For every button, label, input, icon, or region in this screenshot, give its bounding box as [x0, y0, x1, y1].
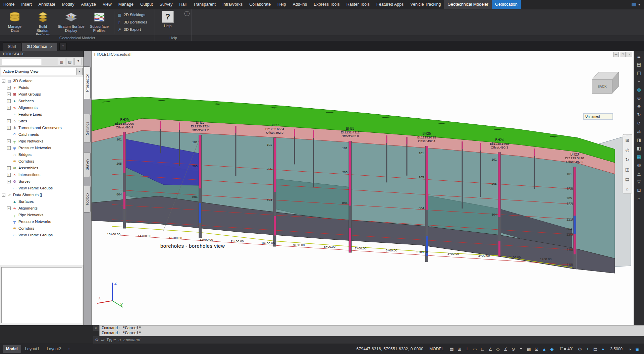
- tree-item[interactable]: + ∿ Alignments: [0, 205, 84, 212]
- new-drawing-button[interactable]: +: [59, 43, 67, 50]
- section-icon[interactable]: ◨: [635, 136, 643, 144]
- palettes-icon[interactable]: ◫: [635, 69, 643, 77]
- up-icon[interactable]: △: [635, 170, 643, 177]
- side-tab-survey[interactable]: Survey: [84, 152, 91, 177]
- item-view-toggle-icon[interactable]: ▥: [58, 58, 65, 65]
- nav-tool-icon[interactable]: ◎: [625, 148, 629, 153]
- expand-toggle-icon[interactable]: +: [7, 139, 11, 143]
- tree-item[interactable]: + ⊕ Assemblies: [0, 165, 84, 171]
- model-space-button[interactable]: MODEL: [429, 347, 444, 351]
- tree-item[interactable]: + ╤ Pressure Networks: [0, 144, 84, 151]
- expand-toggle-icon[interactable]: −: [2, 79, 5, 83]
- down-icon[interactable]: ▽: [635, 178, 643, 186]
- drawing-viewport[interactable]: [-][OLE1][Conceptual] —□× 12301220121012…: [91, 51, 634, 325]
- ribbon-tab[interactable]: Annotate: [35, 0, 59, 9]
- layout2-tab[interactable]: Layout2: [43, 345, 64, 353]
- ribbon-tab[interactable]: Output: [137, 0, 156, 9]
- tree-item[interactable]: + ▲ Surfaces: [0, 98, 84, 104]
- toolspace-help-icon[interactable]: ?: [74, 58, 82, 65]
- expand-toggle-icon[interactable]: +: [7, 86, 11, 90]
- model-scene[interactable]: 123012201210120011901180BH29El:1230.0006…: [92, 51, 634, 325]
- ribbon-tab[interactable]: Rail: [176, 0, 190, 9]
- expand-toggle-icon[interactable]: +: [7, 93, 11, 96]
- viewcube[interactable]: BACK: [592, 72, 619, 94]
- ribbon-tab[interactable]: Collaborate: [246, 0, 274, 9]
- tree-item[interactable]: ∩ Bridges: [0, 151, 84, 158]
- ribbon-tab[interactable]: Geolocation: [492, 0, 521, 9]
- build-stratum-surfaces-button[interactable]: Build Stratum Surfaces: [29, 10, 57, 35]
- tab-3d-surface[interactable]: 3D Surface ×: [22, 42, 57, 51]
- zoom-in-icon[interactable]: ⊕: [635, 94, 643, 102]
- toolbar-handle-icon[interactable]: ≣: [635, 52, 643, 60]
- tree-item[interactable]: + ╥ Pipe Networks: [0, 138, 84, 144]
- tree-item[interactable]: ╤ Pressure Networks: [0, 218, 84, 225]
- close-icon[interactable]: ×: [93, 326, 99, 331]
- model-tab[interactable]: Model: [3, 345, 21, 353]
- chevron-down-icon[interactable]: ▾: [76, 68, 82, 75]
- expand-toggle-icon[interactable]: +: [7, 166, 11, 170]
- info-icon[interactable]: i: [184, 11, 190, 16]
- annotation-monitor-icon[interactable]: +: [584, 345, 591, 353]
- ribbon-tab[interactable]: Help: [274, 0, 289, 9]
- grid-icon[interactable]: ▦: [448, 345, 455, 353]
- nav-tool-icon[interactable]: ⌂: [626, 186, 629, 191]
- subsurface-profiles-button[interactable]: Subsurface Profiles: [85, 10, 113, 35]
- viewport-navbar[interactable]: ⊞◎↻◫▤⌂: [623, 134, 632, 193]
- tree-item[interactable]: − ▤ 3D Surface: [0, 77, 84, 84]
- ribbon-tab[interactable]: Manage: [115, 0, 137, 9]
- borehole-stick-minor[interactable]: [462, 141, 463, 209]
- expand-toggle-icon[interactable]: +: [7, 146, 11, 150]
- annotation-scale-button[interactable]: 1" = 40': [559, 347, 573, 351]
- lineweight-icon[interactable]: ≡: [517, 345, 525, 353]
- tree-item[interactable]: + ⌂ Sites: [0, 118, 84, 124]
- clean-screen-icon[interactable]: ▣: [634, 345, 641, 353]
- tree-item[interactable]: ≈ Feature Lines: [0, 111, 84, 118]
- units-icon[interactable]: ▤: [591, 345, 599, 353]
- viewport-window-button[interactable]: —: [613, 52, 619, 57]
- polar-tracking-icon[interactable]: ∠: [486, 345, 494, 353]
- ribbon-options[interactable]: ▾: [628, 0, 644, 9]
- panorama-icon[interactable]: ▤: [66, 58, 73, 65]
- selection-cycling-icon[interactable]: ⊡: [533, 345, 540, 353]
- chevron-down-icon[interactable]: ▾: [638, 3, 640, 6]
- nav-tool-icon[interactable]: ↻: [626, 157, 629, 162]
- ribbon-tab[interactable]: Geotechnical Modeler: [444, 0, 492, 9]
- close-icon[interactable]: ×: [50, 43, 52, 51]
- clip-icon[interactable]: ◧: [635, 144, 643, 152]
- viewcube-face-label[interactable]: BACK: [597, 85, 607, 88]
- tree-item[interactable]: + ∿ Alignments: [0, 104, 84, 111]
- tree-item[interactable]: ◠ Catchments: [0, 131, 84, 138]
- borehole-stick-minor[interactable]: [235, 126, 236, 176]
- graphics-performance-value[interactable]: 3.5000: [610, 347, 623, 351]
- stratum-surface-display-button[interactable]: Stratum Surface Display: [57, 10, 85, 35]
- ortho-icon[interactable]: ∟: [479, 345, 486, 353]
- viewport-window-button[interactable]: □: [620, 52, 626, 57]
- nav-tool-icon[interactable]: ◫: [625, 167, 629, 172]
- tree-item[interactable]: + × Intersections: [0, 171, 84, 178]
- tree-item[interactable]: + ⊚ Survey: [0, 178, 84, 185]
- rotate-cw-icon[interactable]: ↻: [635, 111, 643, 119]
- layout1-tab[interactable]: Layout1: [22, 345, 43, 353]
- ribbon-tab[interactable]: InfraWorks: [219, 0, 246, 9]
- boreholes-button[interactable]: ▯ 3D Boreholes: [116, 19, 149, 25]
- box-icon[interactable]: ⊡: [635, 186, 643, 194]
- infer-constraints-icon[interactable]: ⟂: [463, 345, 471, 353]
- ribbon-tab[interactable]: Add-ins: [289, 0, 310, 9]
- gizmo-icon[interactable]: ◆: [548, 345, 556, 353]
- command-input[interactable]: ⚙ ▸▾ Type a command: [93, 336, 644, 344]
- side-tab-prospector[interactable]: Prospector: [84, 66, 91, 99]
- workspace-switching-icon[interactable]: ⚙: [576, 345, 584, 353]
- search-input[interactable]: [2, 59, 42, 65]
- new-layout-button[interactable]: +: [65, 345, 73, 353]
- ribbon-tab[interactable]: Raster Tools: [343, 0, 373, 9]
- ribbon-tab[interactable]: Transparent: [190, 0, 219, 9]
- pan-icon[interactable]: ＋: [635, 77, 643, 85]
- isodraft-icon[interactable]: ◇: [494, 345, 502, 353]
- tree-item[interactable]: − ⇗ Data Shortcuts []: [0, 191, 84, 198]
- osnap-tracking-icon[interactable]: ∡: [502, 345, 509, 353]
- sphere-icon[interactable]: ◍: [635, 161, 643, 169]
- expand-toggle-icon[interactable]: +: [7, 106, 11, 110]
- expand-toggle-icon[interactable]: +: [7, 180, 11, 183]
- borehole-stick-minor[interactable]: [480, 143, 481, 197]
- export-button[interactable]: ↗ 3D Export: [116, 26, 149, 33]
